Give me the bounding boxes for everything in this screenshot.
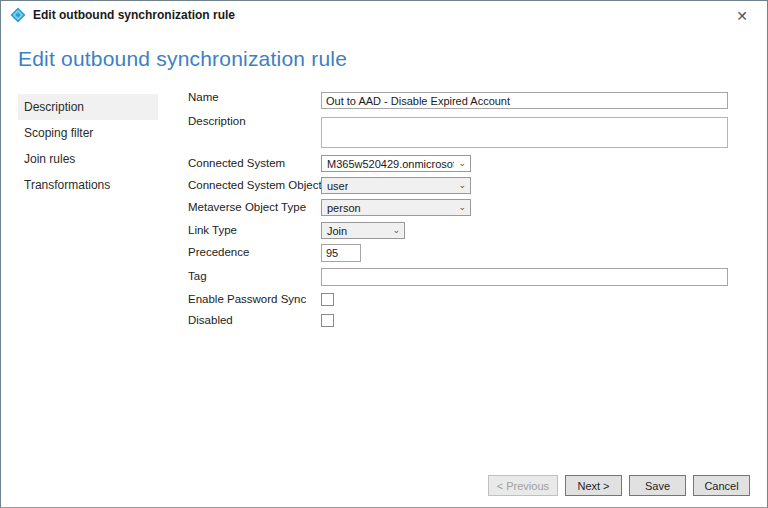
- chevron-down-icon: ⌄: [392, 223, 400, 238]
- tag-input[interactable]: [321, 268, 728, 286]
- window-title: Edit outbound synchronization rule: [33, 8, 235, 22]
- save-button[interactable]: Save: [629, 475, 686, 496]
- link-type-dropdown[interactable]: Join ⌄: [321, 222, 405, 239]
- footer-button-bar: < Previous Next > Save Cancel: [488, 475, 750, 496]
- sidebar: Description Scoping filter Join rules Tr…: [18, 94, 158, 198]
- disabled-checkbox[interactable]: [321, 314, 334, 327]
- name-label: Name: [188, 91, 219, 103]
- chevron-down-icon: ⌄: [458, 178, 466, 193]
- precedence-label: Precedence: [188, 246, 249, 258]
- previous-button[interactable]: < Previous: [488, 475, 558, 496]
- connected-system-value: M365w520429.onmicrosoft.com: [327, 158, 454, 170]
- next-button[interactable]: Next >: [565, 475, 622, 496]
- metaverse-object-type-value: person: [327, 202, 361, 214]
- sync-rule-diamond-icon: [10, 7, 26, 23]
- enable-password-sync-label: Enable Password Sync: [188, 293, 306, 305]
- enable-password-sync-checkbox[interactable]: [321, 293, 334, 306]
- sidebar-item-join-rules[interactable]: Join rules: [18, 146, 158, 172]
- link-type-value: Join: [327, 225, 347, 237]
- name-input[interactable]: [321, 92, 728, 109]
- cancel-button[interactable]: Cancel: [693, 475, 750, 496]
- sidebar-item-scoping-filter[interactable]: Scoping filter: [18, 120, 158, 146]
- chevron-down-icon: ⌄: [458, 200, 466, 215]
- tag-label: Tag: [188, 270, 207, 282]
- sidebar-item-description[interactable]: Description: [18, 94, 158, 120]
- link-type-label: Link Type: [188, 224, 237, 236]
- connected-system-label: Connected System: [188, 157, 285, 169]
- metaverse-object-type-dropdown[interactable]: person ⌄: [321, 199, 471, 216]
- disabled-label: Disabled: [188, 314, 233, 326]
- connected-system-dropdown[interactable]: M365w520429.onmicrosoft.com ⌄: [321, 155, 471, 172]
- metaverse-object-type-label: Metaverse Object Type: [188, 201, 306, 213]
- chevron-down-icon: ⌄: [458, 156, 466, 171]
- cs-object-type-value: user: [327, 180, 348, 192]
- precedence-input[interactable]: [321, 244, 361, 262]
- page-title: Edit outbound synchronization rule: [18, 47, 347, 71]
- edit-sync-rule-dialog: Edit outbound synchronization rule ✕ Edi…: [0, 0, 768, 508]
- description-input[interactable]: [321, 117, 728, 148]
- title-bar: Edit outbound synchronization rule ✕: [1, 1, 767, 29]
- close-icon[interactable]: ✕: [731, 5, 753, 27]
- description-label: Description: [188, 115, 246, 127]
- sidebar-item-transformations[interactable]: Transformations: [18, 172, 158, 198]
- cs-object-type-dropdown[interactable]: user ⌄: [321, 177, 471, 194]
